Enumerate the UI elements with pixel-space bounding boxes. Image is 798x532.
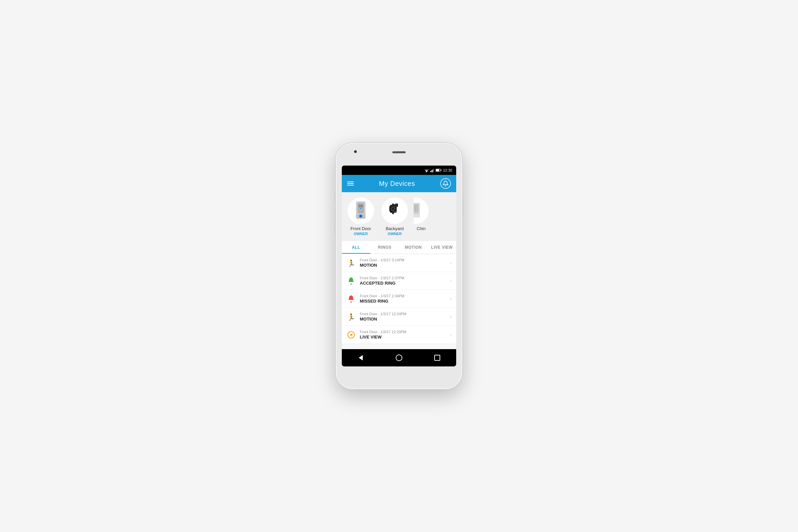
- motion-icon-0: 🏃: [346, 258, 356, 268]
- app-bar: My Devices: [342, 175, 456, 192]
- svg-rect-4: [430, 171, 431, 172]
- activity-info-3: Front Door - 1/3/17 12:24PM MOTION: [360, 312, 446, 322]
- chime-icon: [414, 202, 423, 220]
- svg-rect-26: [395, 204, 398, 205]
- chevron-icon-0: ›: [450, 260, 452, 266]
- svg-rect-9: [441, 170, 441, 171]
- activity-type-1: ACCEPTED RING: [360, 281, 446, 286]
- phone-screen: 12:30 My Devices: [342, 166, 456, 366]
- svg-point-19: [360, 208, 361, 209]
- device-circle-backyard: [381, 197, 408, 224]
- activity-header-4: Front Door - 1/3/17 12:20PM: [360, 330, 446, 334]
- svg-rect-10: [436, 169, 439, 171]
- device-role-front-door: OWNER: [354, 232, 368, 236]
- bell-icon-1: [346, 276, 356, 286]
- chevron-icon-3: ›: [450, 314, 452, 320]
- svg-rect-6: [432, 170, 433, 172]
- device-item-backyard[interactable]: Backyard OWNER: [380, 197, 410, 236]
- activity-item-4[interactable]: Front Door - 1/3/17 12:20PM LIVE VIEW ›: [342, 326, 456, 344]
- activity-header-1: Front Door - 1/3/17 2:37PM: [360, 276, 446, 280]
- device-circle-chime: [414, 197, 429, 224]
- bottom-nav: [342, 349, 456, 366]
- device-scroll-area: Front Door OWNER: [342, 192, 456, 241]
- speaker: [392, 151, 406, 153]
- device-name-backyard: Backyard: [386, 226, 404, 231]
- svg-rect-30: [414, 205, 414, 211]
- activity-item-2[interactable]: Front Door - 1/3/17 2:34PM MISSED RING ›: [342, 290, 456, 308]
- activity-type-4: LIVE VIEW: [360, 335, 446, 340]
- chevron-icon-4: ›: [450, 332, 452, 338]
- device-circle-front-door: [347, 197, 374, 224]
- activity-info-0: Front Door - 1/3/17 3:14PM MOTION: [360, 258, 446, 268]
- activity-info-2: Front Door - 1/3/17 2:34PM MISSED RING: [360, 294, 446, 304]
- activity-info-1: Front Door - 1/3/17 2:37PM ACCEPTED RING: [360, 276, 446, 286]
- bell-icon-2: [346, 294, 356, 304]
- app-title: My Devices: [379, 180, 415, 188]
- tab-all[interactable]: ALL: [342, 241, 370, 254]
- signal-icon: [430, 169, 434, 172]
- back-button[interactable]: [355, 352, 367, 364]
- activity-item-0[interactable]: 🏃 Front Door - 1/3/17 3:14PM MOTION ›: [342, 254, 456, 272]
- tabs-bar: ALL RINGS MOTION LIVE VIEW: [342, 241, 456, 254]
- svg-rect-27: [393, 211, 397, 212]
- tab-rings[interactable]: RINGS: [370, 241, 399, 254]
- camera: [354, 150, 357, 153]
- chevron-icon-2: ›: [450, 296, 452, 302]
- svg-rect-5: [431, 170, 432, 172]
- status-bar: 12:30: [342, 166, 456, 175]
- device-role-backyard: OWNER: [388, 232, 402, 236]
- svg-rect-7: [433, 169, 434, 172]
- device-item-front-door[interactable]: Front Door OWNER: [346, 197, 376, 236]
- device-name-front-door: Front Door: [350, 226, 371, 231]
- activity-header-0: Front Door - 1/3/17 3:14PM: [360, 258, 446, 262]
- svg-point-24: [392, 208, 394, 210]
- activity-item-3[interactable]: 🏃 Front Door - 1/3/17 12:24PM MOTION ›: [342, 308, 456, 326]
- tab-motion[interactable]: MOTION: [399, 241, 428, 254]
- phone-frame: 12:30 My Devices: [336, 143, 462, 389]
- play-icon-4: [346, 330, 356, 340]
- tab-live-view[interactable]: LIVE VIEW: [428, 241, 456, 254]
- svg-text:🏃: 🏃: [347, 313, 355, 321]
- chevron-icon-1: ›: [450, 278, 452, 284]
- home-button[interactable]: [393, 352, 405, 364]
- recents-button[interactable]: [431, 352, 443, 364]
- activity-type-3: MOTION: [360, 317, 446, 322]
- svg-rect-31: [415, 205, 416, 211]
- activity-type-2: MISSED RING: [360, 299, 446, 304]
- activity-header-2: Front Door - 1/3/17 2:34PM: [360, 294, 446, 298]
- hamburger-menu-button[interactable]: [347, 182, 354, 186]
- svg-marker-39: [359, 355, 363, 360]
- activity-item-1[interactable]: Front Door - 1/3/17 2:37PM ACCEPTED RING…: [342, 272, 456, 290]
- wifi-icon: [424, 169, 429, 172]
- svg-rect-41: [435, 355, 440, 360]
- activity-type-0: MOTION: [360, 263, 446, 268]
- svg-rect-32: [417, 205, 418, 211]
- svg-text:🏃: 🏃: [347, 259, 355, 267]
- notification-button[interactable]: [440, 178, 451, 189]
- svg-point-40: [396, 355, 402, 361]
- doorbell-icon: [353, 200, 369, 222]
- device-name-chime: Chin: [417, 226, 425, 231]
- device-item-chime[interactable]: Chin: [414, 197, 429, 236]
- svg-rect-29: [414, 204, 419, 214]
- status-time: 12:30: [443, 168, 452, 172]
- phone-body: 12:30 My Devices: [336, 143, 462, 389]
- activity-list: 🏃 Front Door - 1/3/17 3:14PM MOTION ›: [342, 254, 456, 349]
- camera-icon: [385, 202, 404, 220]
- activity-info-4: Front Door - 1/3/17 12:20PM LIVE VIEW: [360, 330, 446, 340]
- svg-marker-38: [350, 334, 353, 336]
- motion-icon-3: 🏃: [346, 312, 356, 322]
- battery-icon: [436, 169, 441, 172]
- activity-header-3: Front Door - 1/3/17 12:24PM: [360, 312, 446, 316]
- svg-point-16: [360, 215, 362, 217]
